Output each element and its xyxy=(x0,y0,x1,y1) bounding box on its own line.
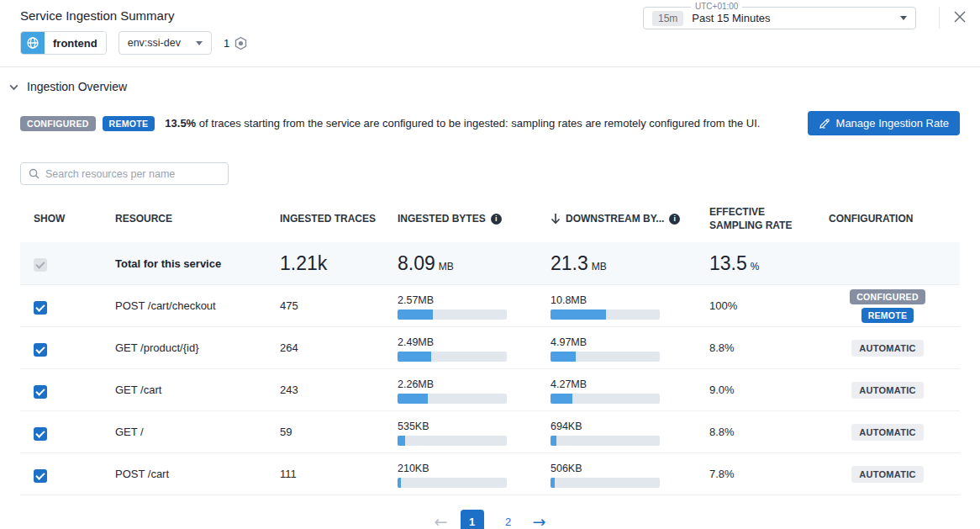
col-configuration[interactable]: CONFIGURATION xyxy=(829,213,960,225)
search-icon xyxy=(29,168,40,179)
config-badge: AUTOMATIC xyxy=(851,424,924,441)
resource-cell: GET / xyxy=(115,426,280,438)
env-filter-value: env:ssi-dev xyxy=(128,37,181,49)
timezone-label: UTC+01:00 xyxy=(691,2,742,11)
configuration-cell: AUTOMATIC xyxy=(829,424,946,441)
chevron-down-icon xyxy=(8,82,19,93)
hexagon-host-icon xyxy=(234,36,248,50)
bytes-bar xyxy=(398,309,507,320)
configuration-cell: AUTOMATIC xyxy=(829,466,946,483)
config-badge: AUTOMATIC xyxy=(851,340,924,357)
traces-cell: 243 xyxy=(280,384,398,396)
downstream-bytes-cell: 4.97MB xyxy=(551,335,709,362)
table-row: POST /cart111210KB506KB7.8%AUTOMATIC xyxy=(20,452,960,495)
time-range-label: Past 15 Minutes xyxy=(692,12,892,24)
bytes-bar xyxy=(398,478,507,488)
downstream-bytes-cell: 506KB xyxy=(551,461,709,488)
downstream-bytes-cell: 10.8MB xyxy=(551,293,709,320)
col-resource[interactable]: RESOURCE xyxy=(115,213,280,225)
config-badge: AUTOMATIC xyxy=(851,382,924,399)
page-button-2[interactable]: 2 xyxy=(497,510,520,529)
service-chip[interactable]: frontend xyxy=(20,31,107,55)
ingestion-table: SHOW RESOURCE INGESTED TRACES INGESTED B… xyxy=(20,193,960,495)
manage-ingestion-rate-button[interactable]: Manage Ingestion Rate xyxy=(808,111,960,135)
banner-description: of traces starting from the service are … xyxy=(199,117,761,130)
table-row: GET /product/{id}2642.49MB4.97MB8.8%AUTO… xyxy=(20,326,960,368)
resource-search xyxy=(20,162,229,185)
host-count-value: 1 xyxy=(224,37,229,50)
total-downstream: 21.3 xyxy=(551,252,588,274)
total-traces: 1.21k xyxy=(280,252,327,274)
sort-desc-icon xyxy=(551,213,561,225)
sampling-rate-cell: 7.8% xyxy=(709,468,829,480)
col-ingested-traces[interactable]: INGESTED TRACES xyxy=(280,213,398,225)
resource-cell: GET /cart xyxy=(115,384,280,396)
banner-text: 13.5% of traces starting from the servic… xyxy=(165,117,760,130)
config-badge: CONFIGURED xyxy=(850,289,925,304)
host-count: 1 xyxy=(224,36,248,50)
col-effective-sampling-rate[interactable]: EFFECTIVE SAMPLING RATE xyxy=(709,205,829,232)
bytes-bar xyxy=(398,352,507,362)
pagination: ← 1 2 → xyxy=(0,510,980,529)
configured-badge: CONFIGURED xyxy=(20,116,96,131)
row-checkbox[interactable] xyxy=(34,469,47,483)
traces-cell: 59 xyxy=(280,426,398,438)
env-filter-select[interactable]: env:ssi-dev xyxy=(119,31,212,55)
configuration-cell: AUTOMATIC xyxy=(829,382,946,399)
prev-page-arrow[interactable]: ← xyxy=(435,514,448,529)
manage-button-label: Manage Ingestion Rate xyxy=(836,117,949,130)
sampling-rate-cell: 100% xyxy=(709,299,829,312)
globe-icon xyxy=(21,32,45,54)
resource-cell: GET /product/{id} xyxy=(115,341,280,354)
chevron-down-icon xyxy=(196,41,203,45)
chevron-down-icon xyxy=(900,16,907,20)
resource-cell: POST /cart xyxy=(115,468,280,480)
ingested-bytes-cell: 210KB xyxy=(398,461,551,488)
total-bytes: 8.09 xyxy=(398,252,435,274)
config-badge: AUTOMATIC xyxy=(851,466,924,483)
total-rate: 13.5 xyxy=(709,252,747,274)
table-row: POST /cart/checkout4752.57MB10.8MB100%CO… xyxy=(20,284,960,326)
traces-cell: 264 xyxy=(280,341,398,354)
traces-cell: 111 xyxy=(280,468,398,480)
sampling-rate-cell: 8.8% xyxy=(709,426,829,438)
sampling-rate-cell: 9.0% xyxy=(709,384,829,396)
row-checkbox[interactable] xyxy=(34,301,47,315)
ingestion-overview-toggle[interactable]: Ingestion Overview xyxy=(0,67,980,93)
configuration-cell: CONFIGUREDREMOTE xyxy=(829,289,946,323)
close-button[interactable] xyxy=(950,7,970,27)
banner-highlight: 13.5% xyxy=(165,117,196,130)
search-input[interactable] xyxy=(45,168,220,180)
ingested-bytes-cell: 2.49MB xyxy=(398,335,551,362)
ingested-bytes-cell: 2.26MB xyxy=(398,377,551,404)
downstream-bar xyxy=(551,478,660,488)
top-bar: Service Ingestion Summary frontend env:s… xyxy=(0,0,980,66)
info-icon[interactable]: i xyxy=(669,214,680,225)
close-icon xyxy=(953,10,967,24)
table-body: POST /cart/checkout4752.57MB10.8MB100%CO… xyxy=(20,284,960,495)
col-show[interactable]: SHOW xyxy=(20,213,115,225)
ingested-bytes-cell: 2.57MB xyxy=(398,293,551,320)
table-header: SHOW RESOURCE INGESTED TRACES INGESTED B… xyxy=(20,193,960,242)
time-range-picker[interactable]: UTC+01:00 15m Past 15 Minutes xyxy=(643,7,916,29)
service-name: frontend xyxy=(45,32,106,54)
table-row: GET /cart2432.26MB4.27MB9.0%AUTOMATIC xyxy=(20,368,960,410)
row-checkbox[interactable] xyxy=(34,427,47,441)
row-checkbox[interactable] xyxy=(34,343,47,357)
downstream-bytes-cell: 4.27MB xyxy=(551,377,709,404)
col-ingested-bytes[interactable]: INGESTED BYTES i xyxy=(398,213,551,225)
info-icon[interactable]: i xyxy=(491,214,502,225)
service-row: frontend env:ssi-dev 1 xyxy=(20,31,960,55)
downstream-bytes-cell: 694KB xyxy=(551,419,709,446)
ingested-bytes-cell: 535KB xyxy=(398,419,551,446)
row-checkbox[interactable] xyxy=(34,385,47,399)
pencil-icon xyxy=(819,118,830,130)
total-row: Total for this service 1.21k 8.09MB 21.3… xyxy=(20,242,960,284)
page-button-1[interactable]: 1 xyxy=(461,510,484,529)
total-checkbox xyxy=(34,258,47,272)
configuration-cell: AUTOMATIC xyxy=(829,340,946,357)
sampling-rate-cell: 8.8% xyxy=(709,341,829,354)
next-page-arrow[interactable]: → xyxy=(533,514,546,529)
downstream-bar xyxy=(551,436,660,446)
col-downstream-bytes[interactable]: DOWNSTREAM BY... i xyxy=(551,213,709,225)
